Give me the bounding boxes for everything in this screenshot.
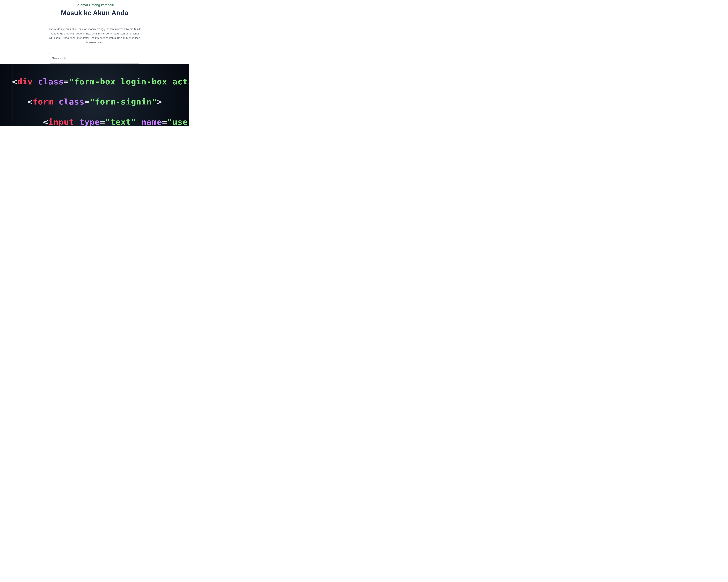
page-description: Jika Anda memiliki akun, silakan masuk m… <box>48 27 141 45</box>
decorative-code-image: <div class="form-box login-box active"> … <box>0 64 189 126</box>
code-text: <div class="form-box login-box active"> … <box>0 64 189 126</box>
welcome-text: Selamat Datang kembali! <box>75 3 114 7</box>
clinic-name-input[interactable] <box>49 53 140 63</box>
login-panel: Selamat Datang kembali! Masuk ke Akun An… <box>0 0 189 64</box>
clinic-name-field-wrap <box>49 53 140 63</box>
page-title: Masuk ke Akun Anda <box>61 9 128 17</box>
